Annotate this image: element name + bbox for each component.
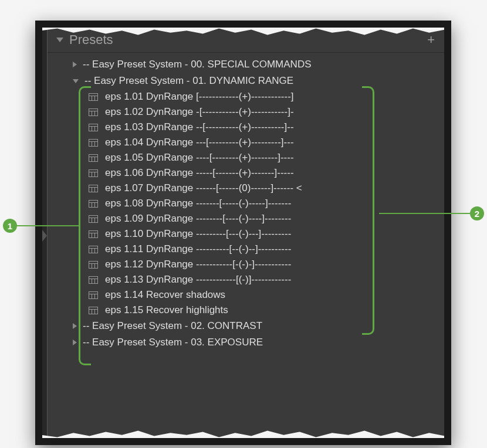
- preset-icon: [89, 307, 98, 314]
- preset-item[interactable]: eps 1.03 DynRange --[----------(+)------…: [89, 120, 444, 135]
- folder-disclosure-icon[interactable]: [73, 340, 77, 345]
- folder-label: -- Easy Preset System - 01. DYNAMIC RANG…: [84, 75, 293, 87]
- preset-icon: [89, 185, 98, 192]
- preset-label: eps 1.06 DynRange -----[-------(+)------…: [105, 167, 294, 179]
- preset-icon: [89, 124, 98, 131]
- preset-item[interactable]: eps 1.05 DynRange ----[--------(+)------…: [89, 150, 444, 165]
- add-preset-icon[interactable]: +: [427, 32, 435, 47]
- preset-folder[interactable]: -- Easy Preset System - 02. CONTRAST: [56, 318, 444, 334]
- preset-tree: -- Easy Preset System - 00. SPECIAL COMM…: [42, 53, 444, 351]
- preset-item[interactable]: eps 1.01 DynRange [------------(+)------…: [89, 89, 444, 104]
- folder-disclosure-icon[interactable]: [73, 79, 79, 83]
- preset-icon: [89, 276, 98, 284]
- preset-icon: [89, 230, 98, 238]
- preset-icon: [89, 246, 98, 253]
- annotation-badge: 1: [3, 219, 17, 233]
- preset-item[interactable]: eps 1.15 Recover highlights: [89, 303, 444, 318]
- preset-label: eps 1.10 DynRange ---------[---(-)---]--…: [105, 228, 291, 240]
- preset-label: eps 1.04 DynRange ---[---------(+)------…: [105, 137, 294, 148]
- preset-folder[interactable]: -- Easy Preset System - 00. SPECIAL COMM…: [56, 56, 444, 73]
- preset-item[interactable]: eps 1.14 Recover shadows: [89, 287, 444, 303]
- preset-icon: [89, 215, 98, 223]
- preset-icon: [89, 169, 98, 177]
- preset-icon: [89, 200, 98, 208]
- preset-label: eps 1.14 Recover shadows: [105, 289, 225, 301]
- folder-disclosure-icon[interactable]: [73, 323, 77, 329]
- preset-label: eps 1.02 DynRange -[-----------(+)------…: [105, 106, 294, 118]
- preset-label: eps 1.07 DynRange ------[------(0)------…: [105, 182, 302, 194]
- panel-disclosure-icon[interactable]: [56, 38, 63, 42]
- preset-label: eps 1.13 DynRange ------------[(-)]-----…: [105, 274, 291, 286]
- preset-item[interactable]: eps 1.04 DynRange ---[---------(+)------…: [89, 135, 444, 150]
- preset-icon: [89, 291, 98, 299]
- preset-label: eps 1.01 DynRange [------------(+)------…: [105, 91, 294, 103]
- folder-label: -- Easy Preset System - 00. SPECIAL COMM…: [83, 59, 312, 70]
- presets-panel: Presets + -- Easy Preset System - 00. SP…: [35, 21, 451, 445]
- annotation-line: [379, 213, 470, 214]
- preset-item[interactable]: eps 1.12 DynRange -----------[-(-)-]----…: [89, 257, 444, 272]
- preset-item[interactable]: eps 1.13 DynRange ------------[(-)]-----…: [89, 272, 444, 287]
- preset-icon: [89, 139, 98, 147]
- folder-label: -- Easy Preset System - 02. CONTRAST: [83, 320, 262, 332]
- preset-label: eps 1.09 DynRange --------[----(-)----]-…: [105, 213, 291, 225]
- annotation-callout-2: 2: [379, 206, 484, 220]
- preset-item[interactable]: eps 1.11 DynRange ----------[--(-)--]---…: [89, 242, 444, 257]
- preset-item[interactable]: eps 1.06 DynRange -----[-------(+)------…: [89, 165, 444, 181]
- preset-label: eps 1.15 Recover highlights: [105, 304, 228, 316]
- preset-folder[interactable]: -- Easy Preset System - 03. EXPOSURE: [56, 334, 444, 351]
- folder-label: -- Easy Preset System - 03. EXPOSURE: [83, 337, 263, 348]
- preset-icon: [89, 154, 98, 162]
- preset-label: eps 1.03 DynRange --[----------(+)------…: [105, 121, 294, 133]
- preset-icon: [89, 261, 98, 269]
- preset-item[interactable]: eps 1.10 DynRange ---------[---(-)---]--…: [89, 226, 444, 242]
- preset-label: eps 1.05 DynRange ----[--------(+)------…: [105, 152, 294, 164]
- preset-item[interactable]: eps 1.02 DynRange -[-----------(+)------…: [89, 104, 444, 120]
- preset-icon: [89, 108, 98, 116]
- preset-label: eps 1.08 DynRange -------[-----(-)-----]…: [105, 198, 291, 209]
- folder-disclosure-icon[interactable]: [73, 62, 77, 67]
- preset-icon: [89, 93, 98, 101]
- panel-title: Presets: [69, 32, 113, 47]
- preset-item[interactable]: eps 1.07 DynRange ------[------(0)------…: [89, 181, 444, 196]
- annotation-badge: 2: [470, 206, 484, 220]
- annotation-line: [17, 225, 80, 226]
- preset-list: eps 1.01 DynRange [------------(+)------…: [56, 89, 444, 318]
- panel-header: Presets +: [42, 28, 444, 53]
- preset-folder[interactable]: -- Easy Preset System - 01. DYNAMIC RANG…: [56, 73, 444, 89]
- annotation-callout-1: 1: [3, 219, 80, 233]
- preset-label: eps 1.12 DynRange -----------[-(-)-]----…: [105, 259, 291, 270]
- preset-label: eps 1.11 DynRange ----------[--(-)--]---…: [105, 243, 291, 255]
